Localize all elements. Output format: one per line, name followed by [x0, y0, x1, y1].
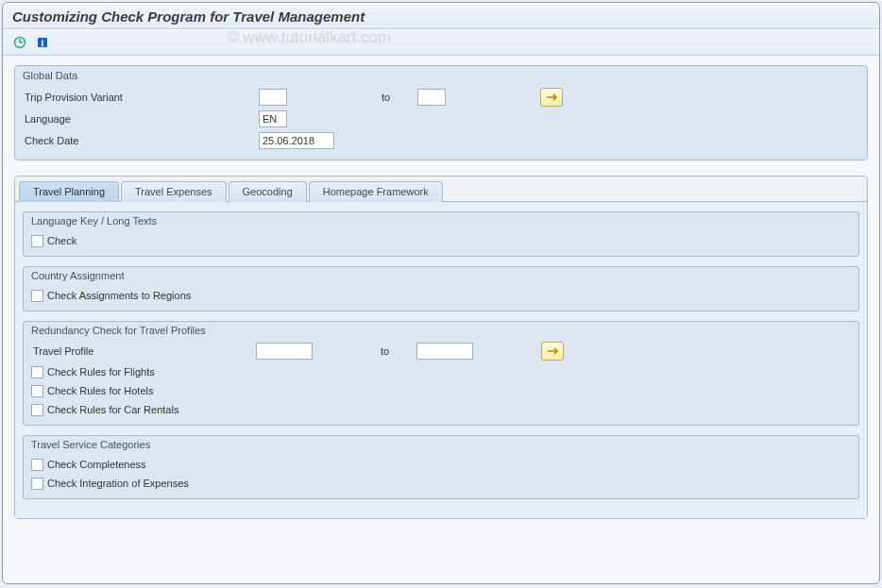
content-area: Global Data Trip Provision Variant to La…: [3, 56, 879, 529]
title-bar: Customizing Check Program for Travel Man…: [3, 3, 879, 29]
completeness-label: Check Completeness: [47, 459, 146, 470]
check-date-row: Check Date: [23, 130, 859, 151]
travel-profile-label: Travel Profile: [31, 345, 256, 357]
language-key-group: Language Key / Long Texts Check: [23, 211, 859, 257]
integration-label: Check Integration of Expenses: [47, 478, 189, 489]
integration-row: Check Integration of Expenses: [31, 474, 851, 493]
toolbar: i: [3, 29, 879, 56]
assignments-row: Check Assignments to Regions: [31, 286, 851, 305]
completeness-checkbox[interactable]: [31, 459, 43, 471]
profile-multiple-selection-button[interactable]: [541, 342, 564, 361]
trip-provision-row: Trip Provision Variant to: [23, 87, 859, 108]
service-categories-group: Travel Service Categories Check Complete…: [23, 435, 859, 499]
hotels-label: Check Rules for Hotels: [47, 385, 154, 396]
tab-content: Language Key / Long Texts Check Country …: [15, 202, 867, 518]
cars-row: Check Rules for Car Rentals: [31, 400, 851, 419]
global-data-group: Global Data Trip Provision Variant to La…: [14, 65, 868, 160]
redundancy-group: Redundancy Check for Travel Profiles Tra…: [23, 321, 859, 426]
profile-to-label: to: [381, 345, 409, 357]
check-label: Check: [47, 235, 76, 246]
travel-profile-input[interactable]: [256, 343, 313, 360]
travel-profile-row: Travel Profile to: [31, 341, 851, 361]
check-row: Check: [31, 231, 851, 250]
page-title: Customizing Check Program for Travel Man…: [12, 8, 365, 25]
to-label: to: [382, 92, 410, 103]
check-checkbox[interactable]: [31, 235, 43, 247]
tab-geocoding[interactable]: Geocoding: [229, 181, 307, 202]
country-assignment-group: Country Assignment Check Assignments to …: [23, 266, 859, 311]
global-data-legend: Global Data: [15, 66, 867, 87]
trip-provision-label: Trip Provision Variant: [23, 92, 259, 103]
completeness-row: Check Completeness: [31, 455, 851, 474]
main-window: Customizing Check Program for Travel Man…: [2, 2, 880, 584]
tab-row: Travel Planning Travel Expenses Geocodin…: [15, 176, 867, 202]
flights-checkbox[interactable]: [31, 366, 43, 378]
service-categories-legend: Travel Service Categories: [24, 436, 858, 455]
integration-checkbox[interactable]: [31, 478, 43, 490]
svg-text:i: i: [42, 38, 44, 48]
travel-profile-to-input[interactable]: [416, 343, 473, 360]
language-row: Language: [23, 109, 859, 129]
country-assignment-legend: Country Assignment: [24, 267, 858, 286]
flights-label: Check Rules for Flights: [47, 366, 155, 378]
language-key-legend: Language Key / Long Texts: [24, 212, 858, 231]
tab-travel-expenses[interactable]: Travel Expenses: [121, 181, 227, 202]
info-icon[interactable]: i: [33, 33, 52, 52]
multiple-selection-button[interactable]: [540, 88, 563, 107]
tab-travel-planning[interactable]: Travel Planning: [19, 181, 119, 202]
trip-provision-input[interactable]: [259, 89, 287, 106]
check-date-label: Check Date: [23, 135, 259, 146]
redundancy-legend: Redundancy Check for Travel Profiles: [24, 322, 858, 341]
flights-row: Check Rules for Flights: [31, 362, 851, 381]
assignments-checkbox[interactable]: [31, 290, 43, 302]
hotels-row: Check Rules for Hotels: [31, 381, 851, 400]
trip-provision-to-input[interactable]: [417, 89, 446, 106]
language-label: Language: [23, 113, 259, 125]
execute-icon[interactable]: [10, 33, 29, 52]
tab-homepage-framework[interactable]: Homepage Framework: [309, 181, 443, 202]
cars-checkbox[interactable]: [31, 404, 43, 416]
cars-label: Check Rules for Car Rentals: [47, 404, 178, 415]
tabstrip: Travel Planning Travel Expenses Geocodin…: [14, 176, 868, 519]
check-date-input[interactable]: [259, 132, 334, 149]
language-input[interactable]: [259, 110, 287, 127]
hotels-checkbox[interactable]: [31, 385, 43, 397]
assignments-label: Check Assignments to Regions: [47, 290, 191, 301]
